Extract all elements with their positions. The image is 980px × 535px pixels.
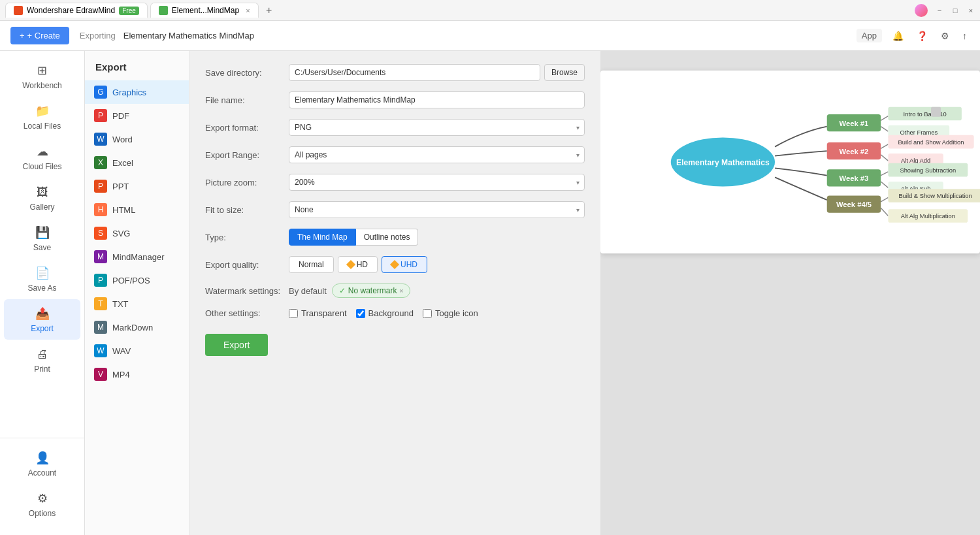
hd-diamond-icon — [346, 260, 355, 269]
sidebar-item-print[interactable]: 🖨 Print — [4, 340, 80, 380]
watermark-row: Watermark settings: By default ✓ No wate… — [205, 284, 585, 298]
other-settings-label: Other settings: — [205, 308, 284, 318]
save-directory-row: Save directory: Browse — [205, 64, 585, 81]
export-format-row: Export format: PNG JPG BMP — [205, 119, 585, 136]
toggle-icon-checkbox-item[interactable]: Toggle icon — [423, 308, 478, 318]
quality-hd-button[interactable]: HD — [338, 256, 378, 273]
export-btn-row: Export — [205, 329, 585, 356]
sidebar-bottom: 👤 Account ⚙ Options — [0, 438, 84, 530]
sidebar-item-export[interactable]: 📤 Export — [4, 299, 80, 340]
save-directory-input[interactable] — [289, 64, 540, 81]
other-settings-control: Transparent Background Toggle icon — [289, 308, 585, 318]
transparent-label: Transparent — [301, 308, 347, 318]
breadcrumb-prefix: Exporting — [80, 31, 116, 41]
options-label: Options — [29, 509, 56, 518]
sidebar-item-options[interactable]: ⚙ Options — [4, 484, 80, 525]
type-outline-button[interactable]: Outline notes — [356, 229, 419, 246]
sidebar-item-local-files[interactable]: 📁 Local Files — [4, 97, 80, 137]
nav-word[interactable]: W Word — [85, 127, 189, 151]
maximize-button[interactable]: □ — [951, 7, 959, 14]
transparent-checkbox-item[interactable]: Transparent — [289, 308, 347, 318]
sidebar-item-cloud-files[interactable]: ☁ Cloud Files — [4, 137, 80, 178]
create-button[interactable]: + + Create — [10, 27, 69, 44]
nav-mindmanager[interactable]: M MindManager — [85, 245, 189, 268]
fit-to-size-select[interactable]: None A4 A3 — [289, 201, 585, 218]
export-format-select[interactable]: PNG JPG BMP — [289, 119, 585, 136]
sidebar-item-workbench[interactable]: ⊞ Workbench — [4, 56, 80, 97]
close-button[interactable]: × — [967, 7, 975, 14]
week1-item2-label: Other Frames — [900, 129, 938, 136]
browse-button[interactable]: Browse — [544, 64, 585, 81]
nav-graphics[interactable]: G Graphics — [85, 80, 189, 104]
svg-icon: S — [94, 227, 107, 240]
transparent-checkbox[interactable] — [289, 309, 298, 318]
user-avatar — [915, 4, 928, 17]
share-button[interactable]: ↑ — [960, 28, 970, 44]
toolbar-right: App 🔔 ❓ ⚙ ↑ — [857, 28, 970, 44]
new-tab-button[interactable]: + — [261, 3, 277, 18]
toolbar: + + Create Exporting Elementary Mathemat… — [0, 21, 980, 51]
mp4-icon: V — [94, 368, 107, 381]
sidebar: ⊞ Workbench 📁 Local Files ☁ Cloud Files … — [0, 51, 85, 535]
sidebar-item-gallery[interactable]: 🖼 Gallery — [4, 178, 80, 218]
nav-markdown[interactable]: M MarkDown — [85, 316, 189, 339]
picture-zoom-select[interactable]: 200% 100% 150% 300% — [289, 174, 585, 191]
free-badge: Free — [119, 7, 139, 15]
nav-svg-label: SVG — [112, 229, 130, 238]
save-label: Save — [33, 243, 51, 252]
nav-html[interactable]: H HTML — [85, 198, 189, 221]
save-directory-label: Save directory: — [205, 68, 284, 78]
toggle-icon-checkbox[interactable] — [423, 309, 432, 318]
tab-edrawmind[interactable]: Wondershare EdrawMind Free — [5, 3, 148, 18]
nav-mp4[interactable]: V MP4 — [85, 363, 189, 386]
cloud-files-label: Cloud Files — [22, 162, 61, 171]
quality-uhd-button[interactable]: UHD — [382, 256, 427, 273]
titlebar-controls: − □ × — [915, 4, 975, 17]
line-week2 — [775, 151, 827, 155]
watermark-check-icon: ✓ — [339, 286, 346, 295]
nav-pof[interactable]: P POF/POS — [85, 268, 189, 292]
week4-line1 — [881, 197, 888, 202]
file-name-input[interactable] — [289, 91, 585, 108]
nav-ppt[interactable]: P PPT — [85, 174, 189, 198]
type-mindmap-button[interactable]: The Mind Map — [289, 229, 356, 246]
uhd-diamond-icon — [390, 260, 399, 269]
sidebar-item-account[interactable]: 👤 Account — [4, 444, 80, 484]
quality-normal-button[interactable]: Normal — [289, 256, 334, 273]
notification-button[interactable]: 🔔 — [890, 28, 906, 44]
nav-wav[interactable]: W WAV — [85, 339, 189, 363]
line-week1 — [775, 127, 827, 147]
breadcrumb-title: Elementary Mathematics MindMap — [123, 31, 254, 41]
export-range-label: Export Range: — [205, 150, 284, 160]
toggle-icon-label: Toggle icon — [435, 308, 478, 318]
nav-excel[interactable]: X Excel — [85, 151, 189, 174]
content-area: Export G Graphics P PDF W Word X Excel — [85, 51, 980, 535]
export-format-control: PNG JPG BMP — [289, 119, 585, 136]
export-button[interactable]: Export — [205, 334, 268, 356]
week2-line1 — [881, 144, 888, 149]
nav-svg[interactable]: S SVG — [85, 221, 189, 245]
tab-element[interactable]: Element...MindMap × — [150, 3, 259, 18]
background-checkbox-item[interactable]: Background — [356, 308, 414, 318]
sidebar-item-save[interactable]: 💾 Save — [4, 218, 80, 259]
app-label[interactable]: App — [857, 29, 882, 42]
week3-label: Week #3 — [840, 174, 869, 182]
create-label: + Create — [27, 31, 60, 41]
help-button[interactable]: ❓ — [914, 28, 930, 44]
export-range-select[interactable]: All pages Current page — [289, 146, 585, 163]
nav-wav-label: WAV — [112, 346, 131, 356]
export-quality-label: Export quality: — [205, 260, 284, 270]
watermark-tag[interactable]: ✓ No watermark × — [332, 284, 411, 298]
save-directory-control: Browse — [289, 64, 585, 81]
edrawmind-icon — [14, 6, 23, 15]
nav-txt[interactable]: T TXT — [85, 292, 189, 316]
preview-panel: Elementary Mathematics Week #1 Intro to … — [600, 51, 980, 535]
week4-line2 — [881, 208, 888, 216]
sidebar-item-save-as[interactable]: 📄 Save As — [4, 259, 80, 299]
background-checkbox[interactable] — [356, 309, 365, 318]
nav-pdf[interactable]: P PDF — [85, 104, 189, 127]
settings-icon-button[interactable]: ⚙ — [938, 28, 952, 44]
minimize-button[interactable]: − — [936, 7, 943, 14]
tab-close-icon[interactable]: × — [246, 7, 250, 14]
watermark-remove-icon[interactable]: × — [400, 287, 404, 295]
